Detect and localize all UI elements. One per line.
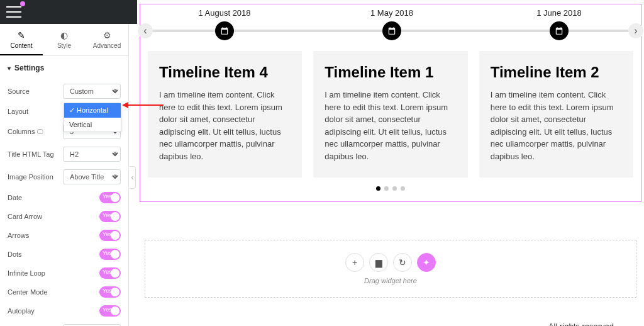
timeline-cards: Timeline Item 4I am timeline item conten… (140, 43, 641, 177)
add-section-button[interactable]: + (345, 253, 364, 272)
contrast-icon: ◐ (43, 30, 86, 40)
layout-dropdown: Horizontal Vertical (64, 103, 121, 132)
control-image-pos: Image Position Above Title (0, 166, 128, 188)
folder-icon[interactable]: ▆ (369, 253, 388, 272)
image-pos-select[interactable]: Above Title (63, 169, 121, 184)
timeline-card[interactable]: Timeline Item 1I am timeline item conten… (313, 51, 467, 177)
timeline-stop: 1 May 2018 (310, 8, 474, 40)
footer-text: All rights reserved (137, 298, 644, 326)
calendar-icon (382, 21, 401, 40)
control-layout: Layout Horizontal Vertical (0, 103, 128, 120)
date-toggle[interactable]: Yes (99, 192, 121, 203)
dropzone-label: Drag widget here (364, 277, 417, 284)
history-icon[interactable]: ↻ (393, 253, 412, 272)
dots-toggle[interactable]: Yes (99, 249, 121, 260)
control-title-tag: Title HTML Tag H2 (0, 143, 128, 166)
pagination-dots[interactable] (140, 184, 641, 193)
tab-style[interactable]: ◐Style (43, 24, 86, 55)
editor-sidebar: ✎Content ◐Style ⚙Advanced Settings Sourc… (0, 24, 129, 326)
calendar-icon (550, 21, 569, 40)
responsive-icon[interactable] (37, 128, 43, 135)
source-select[interactable]: Custom (63, 84, 121, 99)
tab-content[interactable]: ✎Content (0, 24, 43, 55)
section-settings[interactable]: Settings (0, 56, 128, 80)
layout-option-vertical[interactable]: Vertical (64, 118, 121, 132)
timeline-stop: 1 June 2018 (477, 8, 641, 40)
calendar-icon (215, 21, 234, 40)
tab-advanced[interactable]: ⚙Advanced (86, 24, 128, 55)
timeline-stop: 1 August 2018 (143, 8, 306, 40)
preview-canvas: ‹ › 1 August 2018 1 May 2018 1 June 2018… (137, 0, 644, 326)
timeline-widget[interactable]: ‹ › 1 August 2018 1 May 2018 1 June 2018… (140, 4, 641, 202)
loop-toggle[interactable]: Yes (99, 267, 121, 279)
autoplay-toggle[interactable]: Yes (99, 305, 121, 317)
editor-tabs: ✎Content ◐Style ⚙Advanced (0, 24, 128, 56)
title-tag-select[interactable]: H2 (63, 147, 121, 162)
pencil-icon: ✎ (0, 30, 43, 40)
arrows-toggle[interactable]: Yes (99, 230, 121, 241)
timeline-card[interactable]: Timeline Item 2I am timeline item conten… (479, 51, 633, 177)
control-source: Source Custom (0, 80, 128, 103)
ai-icon[interactable]: ✦ (417, 253, 436, 272)
card-arrow-toggle[interactable]: Yes (99, 211, 121, 222)
center-toggle[interactable]: Yes (99, 286, 121, 298)
panel-collapse-handle[interactable] (130, 166, 136, 189)
timeline-card[interactable]: Timeline Item 4I am timeline item conten… (148, 51, 302, 177)
menu-icon[interactable] (6, 6, 21, 18)
timeline-axis: ‹ › 1 August 2018 1 May 2018 1 June 2018 (140, 8, 641, 43)
gear-icon: ⚙ (86, 30, 128, 40)
widget-dropzone[interactable]: + ▆ ↻ ✦ Drag widget here (145, 240, 636, 298)
layout-option-horizontal[interactable]: Horizontal (64, 103, 121, 118)
